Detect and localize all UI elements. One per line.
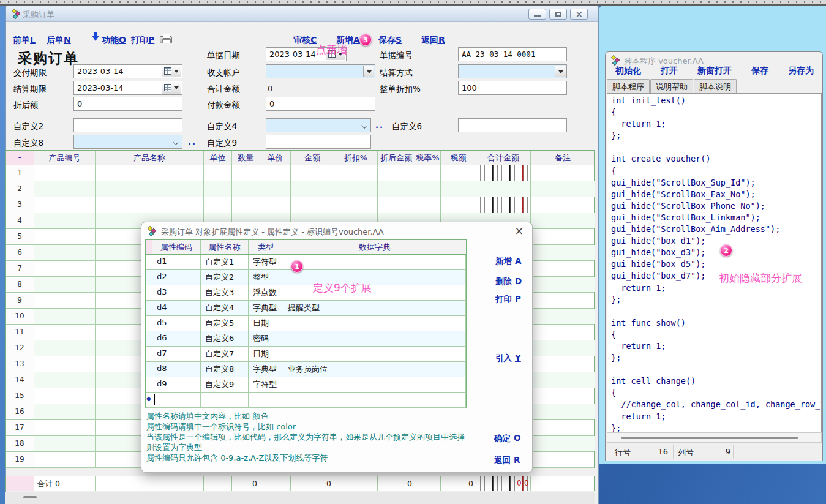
window-titlebar[interactable]: 采购订单 ×	[6, 6, 598, 22]
cell-remark[interactable]	[531, 388, 595, 404]
delivery-date-input[interactable]: 2023-03-14	[73, 64, 182, 78]
cell-remark[interactable]	[531, 404, 595, 419]
cell-unit[interactable]	[204, 181, 232, 197]
cell-attr-type[interactable]: 整型	[249, 270, 283, 285]
property-row[interactable]: d9 自定义9 字符型	[146, 377, 466, 393]
cell-data-dict[interactable]	[283, 316, 466, 331]
cell-product-code[interactable]	[34, 356, 96, 372]
cell-attr-code[interactable]: d4	[152, 301, 201, 315]
cell-remark[interactable]	[531, 213, 595, 228]
cell-product-code[interactable]	[34, 340, 96, 356]
printer-icon[interactable]	[160, 36, 172, 43]
scrollbar-thumb[interactable]	[23, 496, 37, 498]
cell-product-code[interactable]	[34, 404, 96, 419]
cell-attr-type[interactable]: 字符型	[249, 377, 283, 392]
cell-product-code[interactable]	[34, 420, 96, 435]
cell-product-code[interactable]	[34, 309, 96, 324]
cell-attr-code[interactable]: d7	[152, 347, 201, 361]
custom4-dropdown[interactable]	[266, 118, 371, 132]
account-dropdown[interactable]	[266, 64, 375, 78]
cell-tax[interactable]	[441, 165, 476, 181]
cell-qty[interactable]	[232, 165, 260, 181]
toolbar-item-next[interactable]: 后单N	[47, 35, 71, 46]
scrollbar-thumb[interactable]	[621, 437, 798, 439]
cell-remark[interactable]	[531, 165, 595, 181]
cell-remark[interactable]	[531, 261, 595, 276]
cell-attr-type[interactable]: 字典型	[249, 362, 283, 377]
cell-product-code[interactable]	[34, 388, 96, 404]
cell-tax-rate[interactable]	[415, 197, 441, 213]
property-row[interactable]: d5 自定义5 日期	[146, 316, 466, 331]
cell-product-code[interactable]	[34, 325, 96, 340]
dialog-print-button[interactable]: 打印P	[495, 294, 521, 305]
cell-tax-rate[interactable]	[415, 181, 441, 197]
calendar-dropdown-button[interactable]	[162, 82, 181, 94]
toolbar-item-prev[interactable]: 前单L	[13, 35, 36, 46]
cell-remark[interactable]	[531, 181, 595, 197]
cell-amount[interactable]	[291, 181, 334, 197]
cell-price[interactable]	[260, 181, 291, 197]
cell-tax[interactable]	[441, 181, 476, 197]
cell-data-dict[interactable]	[283, 393, 466, 407]
cell-data-dict[interactable]	[283, 347, 466, 361]
dialog-import-button[interactable]: 引入Y	[495, 353, 521, 364]
code-horizontal-scrollbar[interactable]	[607, 432, 822, 443]
dialog-close-icon[interactable]: ×	[515, 225, 524, 237]
cell-attr-type[interactable]: 字符型	[249, 255, 283, 269]
settle-method-dropdown[interactable]	[458, 64, 567, 78]
cell-product-code[interactable]	[34, 197, 96, 213]
table-row[interactable]: 3	[6, 197, 594, 213]
dialog-delete-button[interactable]: 删除D	[495, 276, 522, 287]
cell-product-name[interactable]	[96, 165, 204, 181]
property-new-row[interactable]: ◆	[146, 393, 466, 408]
cell-price[interactable]	[260, 197, 291, 213]
script-toolbar-item[interactable]: 新窗打开	[697, 66, 732, 78]
cell-product-code[interactable]	[34, 229, 96, 244]
cell-attr-name[interactable]	[201, 393, 249, 407]
property-row[interactable]: d6 自定义6 密码	[146, 331, 466, 347]
cell-attr-name[interactable]: 自定义4	[201, 301, 249, 315]
dialog-return-button[interactable]: 返回R	[494, 455, 520, 466]
cell-attr-name[interactable]: 自定义2	[201, 270, 249, 285]
cell-product-code[interactable]	[34, 181, 96, 197]
code-editor[interactable]: int init_test(){ return 1;};int create_v…	[607, 93, 822, 432]
cell-attr-name[interactable]: 自定义5	[201, 316, 249, 331]
cell-attr-code[interactable]: d2	[152, 270, 201, 285]
close-button[interactable]: ×	[570, 9, 588, 20]
cell-remark[interactable]	[531, 420, 595, 435]
cell-attr-code[interactable]	[152, 393, 201, 407]
cell-attr-type[interactable]: 日期	[249, 316, 283, 331]
cell-attr-type[interactable]	[249, 393, 283, 407]
cell-attr-type[interactable]: 日期	[249, 347, 283, 361]
cell-remark[interactable]	[531, 372, 595, 388]
cell-price[interactable]	[260, 165, 291, 181]
cell-product-code[interactable]	[34, 372, 96, 388]
custom8-dropdown[interactable]	[73, 135, 182, 149]
cell-remark[interactable]	[531, 293, 595, 308]
cell-tax[interactable]	[441, 197, 476, 213]
cell-remark[interactable]	[531, 340, 595, 356]
custom4-more-button[interactable]: ..	[375, 121, 384, 130]
script-tab[interactable]: 脚本说明	[694, 79, 737, 93]
table-row[interactable]: 2	[6, 181, 594, 197]
property-row[interactable]: d2 自定义2 整型	[146, 270, 466, 285]
doc-no-input[interactable]: AA-23-03-14-0001	[458, 47, 567, 61]
cell-remark[interactable]	[531, 229, 595, 244]
toolbar-item-save[interactable]: 保存S	[378, 35, 402, 46]
cell-product-code[interactable]	[34, 165, 96, 181]
script-toolbar-item[interactable]: 另存为	[788, 66, 814, 78]
cell-unit[interactable]	[204, 197, 232, 213]
cell-discounted-amount[interactable]	[378, 165, 415, 181]
cell-remark[interactable]	[531, 277, 595, 292]
cell-data-dict[interactable]	[283, 270, 466, 285]
cell-remark[interactable]	[531, 197, 595, 213]
cell-attr-code[interactable]: d9	[152, 377, 201, 392]
whole-discount-input[interactable]: 100	[458, 81, 567, 95]
cell-product-name[interactable]	[96, 181, 204, 197]
cell-attr-type[interactable]: 字典型	[249, 301, 283, 315]
cell-product-code[interactable]	[34, 245, 96, 260]
script-toolbar-item[interactable]: 打开	[661, 66, 678, 78]
cell-discounted-amount[interactable]	[378, 181, 415, 197]
dialog-ok-button[interactable]: 确定O	[494, 433, 520, 444]
cell-attr-name[interactable]: 自定义8	[201, 362, 249, 377]
